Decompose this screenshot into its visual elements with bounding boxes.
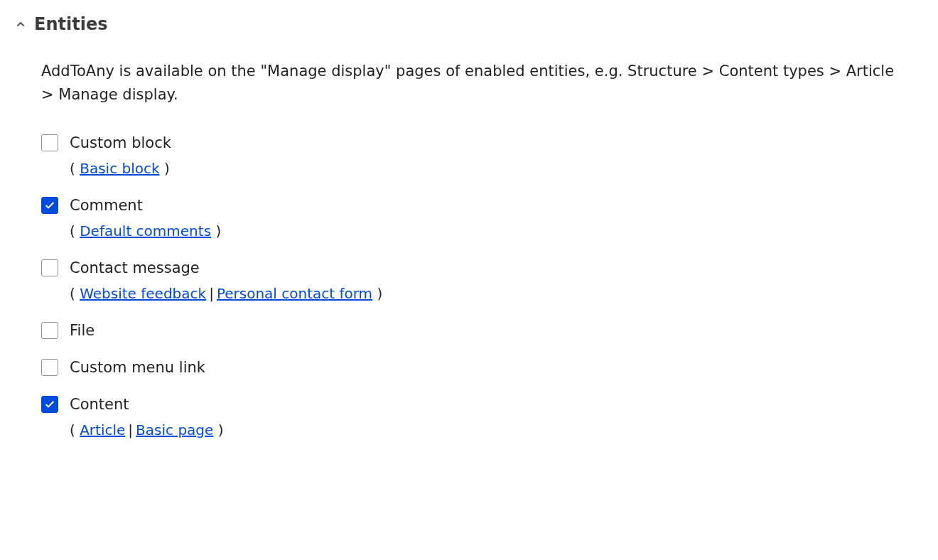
entity-label: File — [70, 322, 95, 339]
entity-checkbox-row: Comment — [41, 197, 910, 214]
entity-label: Custom menu link — [70, 359, 205, 376]
entity-sublink[interactable]: Basic page — [136, 421, 213, 438]
paren-open: ( — [70, 160, 80, 177]
entity-checkbox-row: Contact message — [41, 259, 910, 276]
entity-sublinks: ( Website feedback|Personal contact form… — [70, 285, 910, 302]
entity-item: Content( Article|Basic page ) — [41, 396, 910, 438]
entity-item: Custom menu link — [41, 359, 910, 376]
entity-sublinks: ( Basic block ) — [70, 160, 910, 177]
paren-close: ) — [213, 421, 223, 438]
paren-close: ) — [211, 222, 221, 239]
entity-sublink[interactable]: Default comments — [80, 222, 211, 239]
entity-checkbox[interactable] — [41, 259, 58, 276]
entity-list: Custom block( Basic block )Comment( Defa… — [41, 134, 910, 438]
entity-checkbox-row: Custom block — [41, 134, 910, 151]
entity-sublinks: ( Article|Basic page ) — [70, 421, 910, 438]
entity-checkbox-row: Custom menu link — [41, 359, 910, 376]
entity-sublink[interactable]: Article — [80, 421, 125, 438]
entity-sublinks: ( Default comments ) — [70, 222, 910, 239]
entity-item: Custom block( Basic block ) — [41, 134, 910, 177]
paren-open: ( — [70, 421, 80, 438]
entity-item: Comment( Default comments ) — [41, 197, 910, 239]
entity-sublink[interactable]: Personal contact form — [217, 285, 372, 302]
entity-checkbox[interactable] — [41, 197, 58, 214]
link-separator: | — [209, 285, 214, 302]
entity-checkbox[interactable] — [41, 359, 58, 376]
entity-checkbox[interactable] — [41, 134, 58, 151]
paren-close: ) — [160, 160, 170, 177]
entity-checkbox-row: File — [41, 322, 910, 339]
entities-section-header[interactable]: Entities — [14, 14, 924, 34]
paren-open: ( — [70, 285, 80, 302]
entity-checkbox-row: Content — [41, 396, 910, 413]
entity-sublink[interactable]: Basic block — [80, 160, 159, 177]
entity-checkbox[interactable] — [41, 396, 58, 413]
chevron-up-icon — [14, 18, 27, 31]
entity-sublink[interactable]: Website feedback — [80, 285, 206, 302]
section-description: AddToAny is available on the "Manage dis… — [41, 60, 910, 106]
paren-open: ( — [70, 222, 80, 239]
entity-label: Contact message — [70, 259, 200, 276]
entity-item: Contact message( Website feedback|Person… — [41, 259, 910, 302]
entity-label: Custom block — [70, 134, 171, 151]
entity-checkbox[interactable] — [41, 322, 58, 339]
section-title: Entities — [34, 14, 107, 34]
entities-section-body: AddToAny is available on the "Manage dis… — [14, 60, 924, 438]
link-separator: | — [128, 421, 133, 438]
paren-close: ) — [372, 285, 382, 302]
entity-label: Content — [70, 396, 129, 413]
entity-label: Comment — [70, 197, 143, 214]
entity-item: File — [41, 322, 910, 339]
